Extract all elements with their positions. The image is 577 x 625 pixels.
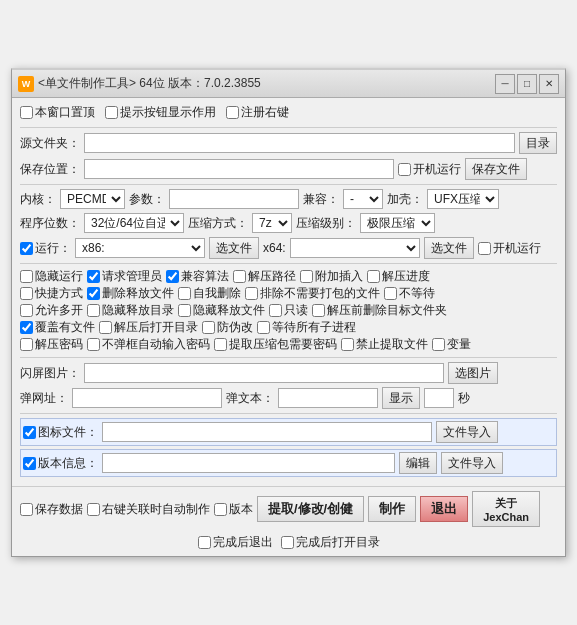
cb-wait-children[interactable]	[257, 321, 270, 334]
params-label: 参数：	[129, 191, 165, 208]
kernel-select[interactable]: PECMD	[60, 189, 125, 209]
source-browse-button[interactable]: 目录	[519, 132, 557, 154]
cb-disable-extract[interactable]	[341, 338, 354, 351]
cb-open-dir-after[interactable]	[99, 321, 112, 334]
cb-hide-run-label: 隐藏运行	[35, 268, 83, 285]
popup-text-input[interactable]	[278, 388, 378, 408]
cb-version[interactable]	[23, 457, 36, 470]
cb-complete-exit[interactable]	[198, 536, 211, 549]
cb-quick-mode[interactable]	[20, 287, 33, 300]
save-input[interactable]	[84, 159, 394, 179]
about-button[interactable]: 关于 JexChan	[472, 491, 540, 527]
cb-extract-pwd[interactable]	[20, 338, 33, 351]
popup-text-label: 弹文本：	[226, 390, 274, 407]
cb-variable[interactable]	[432, 338, 445, 351]
prog-select[interactable]: 32位/64位自适应	[84, 213, 184, 233]
cb-open-run[interactable]	[398, 163, 411, 176]
cb-reg-right-key[interactable]	[226, 106, 239, 119]
popup-url-label: 弹网址：	[20, 390, 68, 407]
cb-open-run2[interactable]	[478, 242, 491, 255]
cb-version-bottom-label: 版本	[229, 501, 253, 518]
cb-complete-open-dir-label: 完成后打开目录	[296, 534, 380, 551]
version-edit-button[interactable]: 编辑	[399, 452, 437, 474]
run-row: 运行： x86: 选文件 x64: 选文件 开机运行	[20, 237, 557, 259]
cb-show-btn-hint[interactable]	[105, 106, 118, 119]
cb-extract-pwd-item: 解压密码	[20, 336, 83, 353]
icon-input[interactable]	[102, 422, 432, 442]
cb-self-del-item: 自我删除	[178, 285, 241, 302]
cb-cover-file-label: 覆盖有文件	[35, 319, 95, 336]
cb-save-data-item: 保存数据	[20, 501, 83, 518]
cb-no-need-pack-item: 排除不需要打包的文件	[245, 285, 380, 302]
cb-version-bottom[interactable]	[214, 503, 227, 516]
cb-allow-multi[interactable]	[20, 304, 33, 317]
cb-extract-progress[interactable]	[367, 270, 380, 283]
popup-sec-input[interactable]	[424, 388, 454, 408]
cb-antitamper-item: 防伪改	[202, 319, 253, 336]
cb-get-zip-pwd[interactable]	[214, 338, 227, 351]
cb-hide-extract-dir[interactable]	[87, 304, 100, 317]
source-input[interactable]	[84, 133, 515, 153]
select-file-button[interactable]: 选文件	[209, 237, 259, 259]
cb-run[interactable]	[20, 242, 33, 255]
make-button[interactable]: 制作	[368, 496, 416, 522]
cb-compat-algo[interactable]	[166, 270, 179, 283]
cb-wait-children-item: 等待所有子进程	[257, 319, 356, 336]
cb-del-extract[interactable]	[87, 287, 100, 300]
extract-button[interactable]: 提取/修改/创健	[257, 496, 364, 522]
cb-readonly-label: 只读	[284, 302, 308, 319]
save-file-button[interactable]: 保存文件	[465, 158, 527, 180]
cb-disable-extract-label: 禁止提取文件	[356, 336, 428, 353]
cb-auto-make[interactable]	[87, 503, 100, 516]
level-select[interactable]: 极限压缩	[360, 213, 435, 233]
close-button[interactable]: ✕	[539, 74, 559, 94]
cb-hide-extract-file[interactable]	[178, 304, 191, 317]
app-icon: W	[18, 76, 34, 92]
cb-cover-file[interactable]	[20, 321, 33, 334]
run-x64-select[interactable]	[290, 238, 420, 258]
cb-icon[interactable]	[23, 426, 36, 439]
cb-extract-path-item: 解压路径	[233, 268, 296, 285]
select-x64-button[interactable]: 选文件	[424, 237, 474, 259]
cb-extract-progress-label: 解压进度	[382, 268, 430, 285]
cb-get-zip-pwd-label: 提取压缩包需要密码	[229, 336, 337, 353]
cb-no-dialog-pwd[interactable]	[87, 338, 100, 351]
cb-grid-row-4: 覆盖有文件 解压后打开目录 防伪改 等待所有子进程	[20, 319, 557, 336]
version-import-button[interactable]: 文件导入	[441, 452, 503, 474]
pack-label: 加壳：	[387, 191, 423, 208]
cb-complete-open-dir[interactable]	[281, 536, 294, 549]
cb-no-wait[interactable]	[384, 287, 397, 300]
popup-row: 弹网址： 弹文本： 显示 秒	[20, 387, 557, 409]
cb-self-del[interactable]	[178, 287, 191, 300]
minimize-button[interactable]: ─	[495, 74, 515, 94]
cb-open-run-label: 开机运行	[413, 161, 461, 178]
run-x86-select[interactable]: x86:	[75, 238, 205, 258]
popup-url-input[interactable]	[72, 388, 222, 408]
icon-import-button[interactable]: 文件导入	[436, 421, 498, 443]
cb-del-target-dir[interactable]	[312, 304, 325, 317]
cb-append-plugin[interactable]	[300, 270, 313, 283]
cb-hide-run[interactable]	[20, 270, 33, 283]
compress-select[interactable]: 7z	[252, 213, 292, 233]
cb-extract-path[interactable]	[233, 270, 246, 283]
cb-antitamper[interactable]	[202, 321, 215, 334]
flash-select-button[interactable]: 选图片	[448, 362, 498, 384]
cb-save-data[interactable]	[20, 503, 33, 516]
flash-input[interactable]	[84, 363, 444, 383]
cb-readonly[interactable]	[269, 304, 282, 317]
cb-req-admin[interactable]	[87, 270, 100, 283]
cb-window-top[interactable]	[20, 106, 33, 119]
maximize-button[interactable]: □	[517, 74, 537, 94]
cb-run-item: 运行：	[20, 240, 71, 257]
popup-show-button[interactable]: 显示	[382, 387, 420, 409]
version-input[interactable]	[102, 453, 395, 473]
pack-select[interactable]: UFX压缩	[427, 189, 499, 209]
cb-hide-extract-dir-label: 隐藏释放目录	[102, 302, 174, 319]
exit-button[interactable]: 退出	[420, 496, 468, 522]
cb-no-need-pack[interactable]	[245, 287, 258, 300]
params-input[interactable]	[169, 189, 299, 209]
main-content: 本窗口置顶 提示按钮显示作用 注册右键 源文件夹： 目录 保存位置： 开机	[12, 98, 565, 486]
compat-select[interactable]: -	[343, 189, 383, 209]
cb-disable-extract-item: 禁止提取文件	[341, 336, 428, 353]
cb-req-admin-item: 请求管理员	[87, 268, 162, 285]
